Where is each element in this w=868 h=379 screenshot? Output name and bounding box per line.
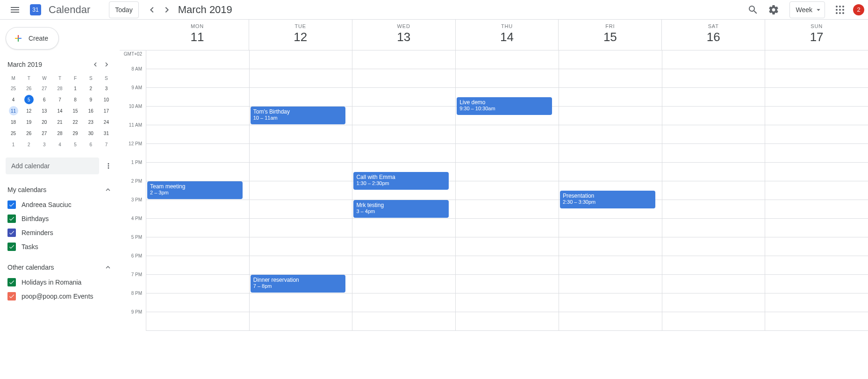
hour-cell[interactable] — [456, 219, 559, 237]
hour-cell[interactable] — [662, 163, 765, 181]
other-calendars-toggle[interactable]: Other calendars — [6, 259, 114, 275]
mini-cal-day[interactable]: 25 — [6, 128, 21, 139]
hour-cell[interactable] — [765, 69, 868, 88]
mini-cal-day[interactable]: 14 — [52, 105, 67, 116]
hour-cell[interactable] — [352, 275, 455, 293]
mini-cal-day[interactable]: 12 — [21, 105, 36, 116]
calendar-checkbox[interactable] — [7, 278, 16, 286]
mini-cal-day[interactable]: 3 — [36, 139, 52, 150]
mini-cal-day[interactable]: 6 — [36, 94, 52, 105]
calendar-list-item[interactable]: poop@poop.com Events — [6, 289, 114, 303]
mini-cal-day[interactable]: 26 — [21, 83, 36, 94]
day-column[interactable]: Team meeting2 – 3pm — [146, 50, 249, 331]
day-column[interactable]: Presentation2:30 – 3:30pm — [559, 50, 662, 331]
add-calendar-overflow-button[interactable] — [103, 160, 114, 172]
hour-cell[interactable] — [662, 50, 765, 69]
hour-cell[interactable] — [352, 237, 455, 256]
hour-cell[interactable] — [456, 69, 559, 88]
hour-cell[interactable] — [352, 107, 455, 125]
search-button[interactable] — [744, 0, 762, 19]
prev-week-button[interactable] — [144, 2, 159, 17]
view-selector[interactable]: Week — [789, 1, 825, 18]
day-column[interactable]: Live demo9:30 – 10:30am — [455, 50, 559, 331]
hour-cell[interactable] — [146, 69, 249, 88]
my-calendars-toggle[interactable]: My calendars — [6, 182, 114, 198]
hour-cell[interactable] — [250, 200, 352, 219]
calendar-checkbox[interactable] — [7, 292, 16, 300]
hour-cell[interactable] — [352, 125, 455, 144]
mini-cal-day[interactable]: 4 — [52, 139, 67, 150]
hour-cell[interactable] — [559, 293, 662, 312]
mini-cal-day[interactable]: 19 — [21, 116, 36, 128]
hour-cell[interactable] — [146, 88, 249, 107]
today-button[interactable]: Today — [109, 1, 138, 18]
hour-cell[interactable] — [456, 50, 559, 69]
hour-cell[interactable] — [559, 69, 662, 88]
mini-cal-day[interactable]: 11 — [6, 105, 21, 116]
hour-cell[interactable] — [352, 312, 455, 331]
mini-cal-day[interactable]: 3 — [99, 83, 114, 94]
hour-cell[interactable] — [456, 125, 559, 144]
hour-cell[interactable] — [146, 200, 249, 219]
hour-cell[interactable] — [662, 200, 765, 219]
day-header[interactable]: MON11 — [146, 20, 249, 50]
hour-cell[interactable] — [146, 256, 249, 275]
hour-cell[interactable] — [250, 163, 352, 181]
hour-cell[interactable] — [765, 293, 868, 312]
mini-cal-day[interactable]: 7 — [52, 94, 67, 105]
hour-cell[interactable] — [352, 293, 455, 312]
mini-cal-day[interactable]: 30 — [83, 128, 99, 139]
hour-cell[interactable] — [662, 125, 765, 144]
hour-cell[interactable] — [765, 50, 868, 69]
hour-cell[interactable] — [146, 163, 249, 181]
mini-cal-next-button[interactable] — [101, 59, 112, 70]
mini-cal-day[interactable]: 24 — [99, 116, 114, 128]
mini-cal-day[interactable]: 9 — [83, 94, 99, 105]
day-header[interactable]: FRI15 — [558, 20, 661, 50]
hour-cell[interactable] — [559, 237, 662, 256]
hour-cell[interactable] — [765, 181, 868, 200]
hour-cell[interactable] — [765, 237, 868, 256]
hour-cell[interactable] — [559, 50, 662, 69]
hour-cell[interactable] — [662, 293, 765, 312]
hour-cell[interactable] — [250, 50, 352, 69]
hour-cell[interactable] — [765, 275, 868, 293]
hour-cell[interactable] — [250, 88, 352, 107]
hour-cell[interactable] — [662, 181, 765, 200]
settings-button[interactable] — [764, 0, 783, 19]
hour-cell[interactable] — [352, 69, 455, 88]
hour-cell[interactable] — [456, 163, 559, 181]
mini-cal-day[interactable]: 8 — [68, 94, 83, 105]
hour-cell[interactable] — [352, 88, 455, 107]
main-menu-button[interactable] — [4, 0, 26, 21]
mini-cal-prev-button[interactable] — [90, 59, 101, 70]
calendar-event[interactable]: Call with Emma1:30 – 2:30pm — [353, 172, 449, 190]
hour-cell[interactable] — [146, 312, 249, 331]
mini-cal-day[interactable]: 2 — [21, 139, 36, 150]
mini-cal-day[interactable]: 25 — [6, 83, 21, 94]
mini-cal-day[interactable]: 18 — [6, 116, 21, 128]
mini-cal-day[interactable]: 27 — [36, 83, 52, 94]
hour-cell[interactable] — [250, 237, 352, 256]
mini-cal-day[interactable]: 20 — [36, 116, 52, 128]
hour-cell[interactable] — [559, 256, 662, 275]
hour-cell[interactable] — [662, 312, 765, 331]
hour-cell[interactable] — [250, 69, 352, 88]
mini-cal-day[interactable]: 17 — [99, 105, 114, 116]
week-grid-scroll[interactable]: GMT+02 8 AM9 AM10 AM11 AM12 PM1 PM2 PM3 … — [120, 50, 868, 379]
hour-cell[interactable] — [765, 88, 868, 107]
hour-cell[interactable] — [456, 275, 559, 293]
mini-cal-day[interactable]: 21 — [52, 116, 67, 128]
hour-cell[interactable] — [662, 275, 765, 293]
hour-cell[interactable] — [250, 293, 352, 312]
hour-cell[interactable] — [765, 200, 868, 219]
hour-cell[interactable] — [456, 181, 559, 200]
mini-cal-day[interactable]: 29 — [68, 128, 83, 139]
hour-cell[interactable] — [146, 237, 249, 256]
mini-cal-day[interactable]: 16 — [83, 105, 99, 116]
calendar-checkbox[interactable] — [7, 200, 16, 209]
day-header[interactable]: WED13 — [352, 20, 455, 50]
day-column[interactable] — [662, 50, 765, 331]
hour-cell[interactable] — [250, 312, 352, 331]
day-header[interactable]: SUN17 — [765, 20, 868, 50]
